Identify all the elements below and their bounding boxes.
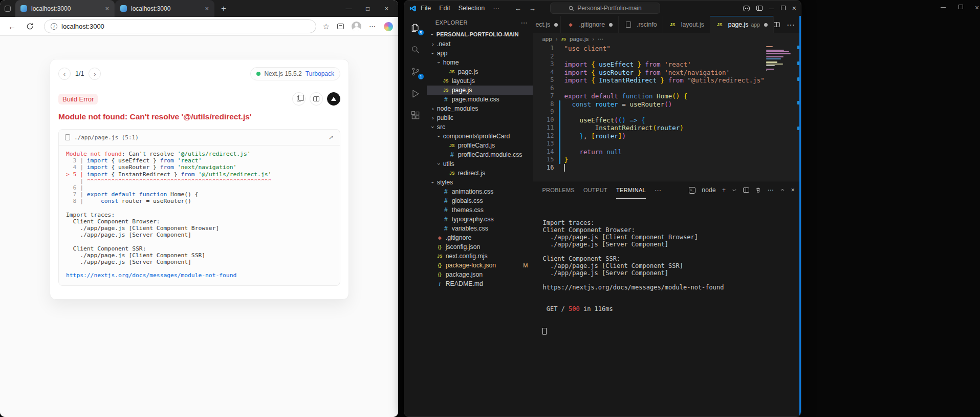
bg-minimize-icon[interactable] xyxy=(941,4,946,11)
editor-tab-.gitignore[interactable]: ◆.gitignore xyxy=(561,16,619,33)
explorer-file-page.js[interactable]: JSpage.js xyxy=(427,86,533,95)
vscode-close-button[interactable]: × xyxy=(792,4,796,12)
explorer-file-README.md[interactable]: iREADME.md xyxy=(427,279,533,288)
explorer-folder-styles[interactable]: ›styles xyxy=(427,178,533,187)
back-icon[interactable]: ← xyxy=(8,22,16,31)
browser-close-button[interactable]: × xyxy=(377,5,396,12)
copy-error-button[interactable] xyxy=(292,92,306,106)
command-center[interactable]: Personal-Portfolio-main xyxy=(550,3,660,14)
editor-tab-layout.js[interactable]: JSlayout.js xyxy=(663,16,710,33)
explorer-file-animations.css[interactable]: #animations.css xyxy=(427,187,533,196)
explorer-folder-app[interactable]: ›app xyxy=(427,49,533,58)
explorer-file-redirect.js[interactable]: JSredirect.js xyxy=(427,169,533,178)
vscode-minimize-button[interactable] xyxy=(769,5,774,12)
split-terminal-icon[interactable] xyxy=(743,187,749,193)
nextjs-version-badge[interactable]: Next.js 15.5.2 Turbopack xyxy=(250,67,340,80)
tab-close-icon[interactable]: × xyxy=(203,5,210,12)
kill-terminal-icon[interactable] xyxy=(755,187,761,193)
explorer-file-package.json[interactable]: {}package.json xyxy=(427,270,533,279)
explorer-file-profileCard.js[interactable]: JSprofileCard.js xyxy=(427,141,533,150)
minimap[interactable] xyxy=(766,46,793,74)
run-debug-activity-icon[interactable] xyxy=(408,87,423,101)
address-bar[interactable]: i localhost:3000 xyxy=(44,19,316,33)
explorer-folder-src[interactable]: ›src xyxy=(427,122,533,132)
nav-forward-icon[interactable]: → xyxy=(529,5,536,12)
customize-layout-icon[interactable] xyxy=(756,6,763,11)
browser-menu-icon[interactable]: ⋯ xyxy=(369,23,376,30)
prev-error-button[interactable]: ‹ xyxy=(58,68,71,80)
bg-close-icon[interactable]: × xyxy=(975,4,979,12)
bg-maximize-icon[interactable] xyxy=(959,4,963,11)
code-editor[interactable]: 12345678910111213141516 "use client" imp… xyxy=(533,45,801,181)
breadcrumb-app[interactable]: app xyxy=(542,36,552,42)
explorer-folder-components\profileCard[interactable]: ›components\profileCard xyxy=(427,132,533,141)
explorer-file-next.config.mjs[interactable]: JSnext.config.mjs xyxy=(427,252,533,261)
explorer-file-.gitignore[interactable]: ◆.gitignore xyxy=(427,233,533,242)
docs-button[interactable] xyxy=(310,92,323,106)
terminal-dropdown-icon[interactable] xyxy=(732,187,737,193)
close-panel-icon[interactable]: × xyxy=(791,186,795,194)
editor-sash[interactable] xyxy=(799,16,801,416)
favorite-star-icon[interactable]: ☆ xyxy=(323,22,330,31)
explorer-folder-public[interactable]: ›public xyxy=(427,113,533,122)
source-control-activity-icon[interactable]: 1 xyxy=(408,65,423,79)
explorer-file-page.js[interactable]: JSpage.js xyxy=(427,67,533,76)
explorer-file-package-lock.json[interactable]: {}package-lock.jsonM xyxy=(427,261,533,270)
explorer-file-page.module.css[interactable]: #page.module.css xyxy=(427,95,533,104)
menu-file[interactable]: File xyxy=(417,3,435,13)
search-activity-icon[interactable] xyxy=(408,43,423,57)
editor-more-icon[interactable]: ⋯ xyxy=(787,20,795,30)
explorer-file-jsconfig.json[interactable]: {}jsconfig.json xyxy=(427,242,533,252)
panel-tab-terminal[interactable]: TERMINAL xyxy=(616,181,646,199)
explorer-folder-.next[interactable]: ›.next xyxy=(427,39,533,49)
browser-maximize-button[interactable]: □ xyxy=(358,5,377,12)
breadcrumb-file[interactable]: page.js xyxy=(570,36,589,42)
new-tab-button[interactable]: + xyxy=(221,4,226,13)
nav-back-icon[interactable]: ← xyxy=(515,5,521,12)
menu-selection[interactable]: Selection xyxy=(454,3,489,13)
nextjs-logo-button[interactable] xyxy=(327,92,340,106)
explorer-folder-node_modules[interactable]: ›node_modules xyxy=(427,104,533,113)
tab-actions-icon[interactable] xyxy=(5,6,11,12)
terminal-output[interactable]: Import traces:Client Component Browser: … xyxy=(542,205,724,349)
panel-tab-output[interactable]: OUTPUT xyxy=(583,181,607,199)
explorer-folder-home[interactable]: ›home xyxy=(427,58,533,67)
profile-avatar[interactable] xyxy=(352,22,361,31)
extensions-activity-icon[interactable] xyxy=(408,109,423,123)
explorer-file-layout.js[interactable]: JSlayout.js xyxy=(427,76,533,86)
panel-more-icon[interactable]: ⋯ xyxy=(655,186,662,194)
site-info-icon[interactable]: i xyxy=(51,23,57,30)
copilot-icon[interactable] xyxy=(384,22,393,31)
editor-tab-.rscinfo[interactable]: .rscinfo xyxy=(619,16,663,33)
explorer-file-variables.css[interactable]: #variables.css xyxy=(427,224,533,233)
collections-icon[interactable] xyxy=(337,24,344,29)
refresh-icon[interactable] xyxy=(26,23,34,30)
browser-tab-2[interactable]: localhost:3000 × xyxy=(115,0,214,17)
explorer-activity-icon[interactable]: 5 xyxy=(408,20,423,35)
split-editor-icon[interactable] xyxy=(774,22,780,27)
menu-overflow-icon[interactable]: ⋯ xyxy=(489,3,504,14)
explorer-root-folder[interactable]: › PERSONAL-PORTFOLIO-MAIN xyxy=(427,29,533,39)
explorer-file-profileCard.module.css[interactable]: #profileCard.module.css xyxy=(427,150,533,159)
explorer-file-themes.css[interactable]: #themes.css xyxy=(427,205,533,215)
explorer-more-icon[interactable]: ⋯ xyxy=(520,19,528,27)
panel-tab-problems[interactable]: PROBLEMS xyxy=(542,181,575,199)
breadcrumb-symbols[interactable]: ⋯ xyxy=(598,35,604,43)
editor-tab-ect.js[interactable]: ect.js xyxy=(533,16,561,33)
terminal-more-icon[interactable]: ⋯ xyxy=(767,186,773,194)
browser-tab-1[interactable]: localhost:3000 × xyxy=(15,0,115,17)
terminal-profile-name[interactable]: node xyxy=(702,186,716,194)
editor-tab-page.js[interactable]: JSpage.jsapp xyxy=(710,16,774,33)
maximize-panel-icon[interactable] xyxy=(780,187,785,193)
next-error-button[interactable]: › xyxy=(89,68,101,80)
vscode-maximize-button[interactable] xyxy=(781,5,786,12)
explorer-file-globals.css[interactable]: #globals.css xyxy=(427,196,533,205)
browser-minimize-button[interactable]: — xyxy=(339,5,358,12)
explorer-folder-utils[interactable]: ›utils xyxy=(427,159,533,169)
new-terminal-icon[interactable]: + xyxy=(722,186,726,194)
explorer-file-typography.css[interactable]: #typography.css xyxy=(427,215,533,224)
tab-close-icon[interactable]: × xyxy=(103,5,111,12)
menu-edit[interactable]: Edit xyxy=(435,3,454,13)
copilot-titlebar-icon[interactable] xyxy=(743,6,750,11)
open-in-editor-icon[interactable]: ↗ xyxy=(329,134,334,141)
